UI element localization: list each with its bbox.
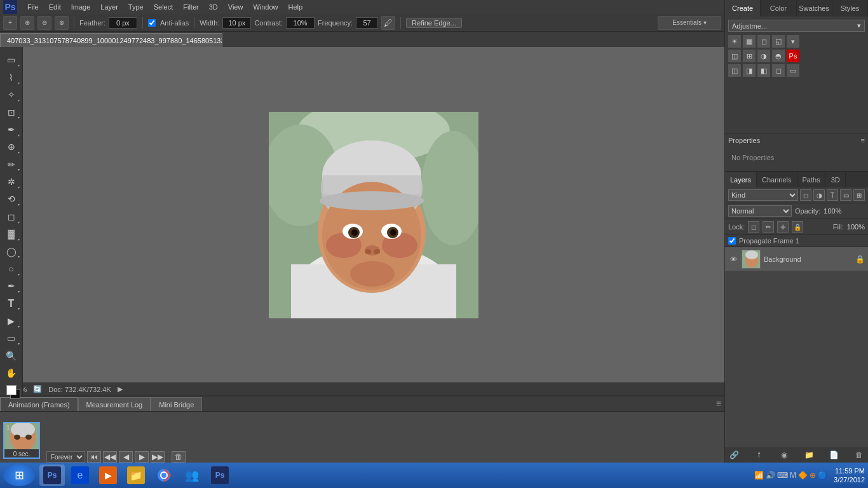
adj-posterize[interactable]: ◨ (743, 64, 756, 77)
link-layers-button[interactable]: 🔗 (728, 449, 740, 461)
tab-color[interactable]: Color (761, 0, 796, 17)
tool-zoom[interactable]: 🔍 (3, 348, 20, 363)
tab-swatches[interactable]: Swatches (797, 0, 832, 17)
tool-mode-intersect[interactable]: ⊗ (55, 16, 69, 30)
width-input[interactable] (222, 17, 251, 29)
prev-frame-button[interactable]: ◀◀ (103, 451, 117, 463)
adj-curves[interactable]: ◻ (757, 35, 770, 48)
tool-pen[interactable]: ✒▾ (3, 278, 20, 294)
taskbar-ps2[interactable]: Ps (207, 464, 233, 486)
menu-filter[interactable]: Filter (178, 2, 203, 12)
adj-brightness[interactable]: ☀ (728, 35, 741, 48)
layer-filter-type[interactable]: T (827, 189, 838, 201)
adj-vibrance[interactable]: ▾ (787, 35, 799, 48)
taskbar-users[interactable]: 👥 (179, 464, 205, 486)
anti-alias-checkbox[interactable] (148, 19, 156, 27)
adj-black-white[interactable]: ◑ (757, 50, 770, 62)
tool-gradient[interactable]: ▓▾ (3, 226, 20, 242)
new-layer-button[interactable]: 📄 (829, 449, 840, 461)
tab-paths[interactable]: Paths (797, 172, 826, 187)
layer-filter-shape[interactable]: ▭ (840, 189, 851, 201)
properties-collapse[interactable]: ≡ (861, 137, 865, 144)
foreground-color-swatch[interactable] (6, 385, 17, 395)
stylus-icon[interactable]: 🖊 (381, 16, 395, 30)
tab-mini-bridge[interactable]: Mini Bridge (151, 397, 202, 411)
layer-filter-pixel[interactable]: ◻ (800, 189, 811, 201)
tool-mode-new[interactable]: + (3, 16, 17, 30)
taskbar-chrome[interactable] (151, 464, 177, 486)
tool-dodge[interactable]: ○▾ (3, 261, 20, 276)
feather-input[interactable] (109, 17, 137, 29)
taskbar-explorer[interactable]: 📁 (123, 464, 149, 486)
frequency-input[interactable] (356, 17, 378, 29)
refine-edge-button[interactable]: Refine Edge... (406, 18, 462, 28)
tool-blur[interactable]: ◯▾ (3, 243, 20, 259)
menu-view[interactable]: View (223, 2, 248, 12)
taskbar-ps[interactable]: Ps (39, 464, 65, 486)
canvas-image[interactable] (269, 112, 478, 318)
delete-frame-button[interactable]: 🗑 (172, 451, 186, 463)
layer-filter-adjust[interactable]: ◑ (813, 189, 825, 201)
adj-hue-sat[interactable]: ◫ (728, 50, 741, 62)
tool-shape[interactable]: ▭▾ (3, 330, 20, 346)
animation-frame-1[interactable]: 1 0 sec. (3, 422, 40, 459)
tool-magic-wand[interactable]: ✧▾ (3, 87, 20, 103)
adj-gradient-map[interactable]: ◻ (772, 64, 785, 77)
menu-type[interactable]: Type (123, 2, 149, 12)
layer-visibility-icon[interactable]: 👁 (728, 254, 738, 264)
menu-edit[interactable]: Edit (44, 2, 66, 12)
tool-marquee[interactable]: ▭▾ (3, 52, 20, 68)
adjustments-dropdown[interactable]: Adjustme... ▾ (728, 20, 865, 32)
bottom-panel-menu-button[interactable]: ≡ (716, 398, 721, 409)
layer-filter-smart[interactable]: ⊞ (853, 189, 865, 201)
menu-layer[interactable]: Layer (95, 2, 123, 12)
loop-select[interactable]: Forever (46, 451, 85, 463)
doc-arrow[interactable]: ▶ (118, 385, 123, 393)
tab-measurement-log[interactable]: Measurement Log (78, 397, 151, 411)
tab-3d[interactable]: 3D (826, 172, 846, 187)
tab-styles[interactable]: Styles (832, 0, 868, 17)
taskbar-wmp[interactable]: ▶ (95, 464, 121, 486)
adj-channel-mixer[interactable]: Ps (787, 50, 799, 62)
contrast-input[interactable] (286, 17, 315, 29)
lock-all[interactable]: 🔒 (792, 221, 803, 233)
menu-help[interactable]: Help (283, 2, 308, 12)
tab-layers[interactable]: Layers (725, 172, 757, 187)
taskbar-ie[interactable]: e (67, 464, 93, 486)
tool-hand[interactable]: ✋ (3, 365, 20, 381)
adj-color-balance[interactable]: ⊞ (743, 50, 756, 62)
lock-pixels[interactable]: ✏ (763, 221, 774, 233)
tool-path-select[interactable]: ▶▾ (3, 313, 20, 329)
tool-mode-add[interactable]: ⊕ (20, 16, 34, 30)
tool-brush[interactable]: ✏▾ (3, 156, 20, 172)
start-button[interactable]: ⊞ (3, 464, 35, 486)
adj-threshold[interactable]: ◧ (757, 64, 770, 77)
next-frame-button[interactable]: ▶▶ (151, 451, 165, 463)
adj-levels[interactable]: ▦ (743, 35, 756, 48)
tool-type[interactable]: T▾ (3, 295, 20, 311)
new-group-button[interactable]: 📁 (803, 449, 815, 461)
tool-clone[interactable]: ✲▾ (3, 173, 20, 189)
add-style-button[interactable]: f (753, 449, 764, 461)
add-mask-button[interactable]: ◉ (778, 449, 790, 461)
blend-mode-select[interactable]: Normal (728, 205, 792, 217)
tool-eyedropper[interactable]: ✒▾ (3, 121, 20, 137)
menu-select[interactable]: Select (149, 2, 179, 12)
tab-animation-frames[interactable]: Animation (Frames) (0, 397, 78, 411)
adj-photo-filter[interactable]: ◓ (772, 50, 785, 62)
tool-eraser[interactable]: ◻▾ (3, 208, 20, 224)
menu-3d[interactable]: 3D (204, 2, 223, 12)
tool-mode-subtract[interactable]: ⊖ (37, 16, 51, 30)
play-button[interactable]: ▶ (135, 451, 149, 463)
lock-position[interactable]: ✛ (777, 221, 789, 233)
tool-crop[interactable]: ⊡▾ (3, 104, 20, 120)
adj-invert[interactable]: ◫ (728, 64, 741, 77)
document-tab[interactable]: 407033_313107578740899_100001249772483_9… (0, 33, 222, 47)
lock-transparent[interactable]: ◻ (748, 221, 759, 233)
workspace-selector[interactable]: Essentials ▾ (658, 16, 721, 30)
menu-window[interactable]: Window (248, 2, 283, 12)
tool-healing[interactable]: ⊕▾ (3, 139, 20, 155)
first-frame-button[interactable]: ⏮ (87, 451, 101, 463)
propagate-checkbox[interactable] (728, 237, 736, 245)
tab-create[interactable]: Create (725, 0, 761, 17)
